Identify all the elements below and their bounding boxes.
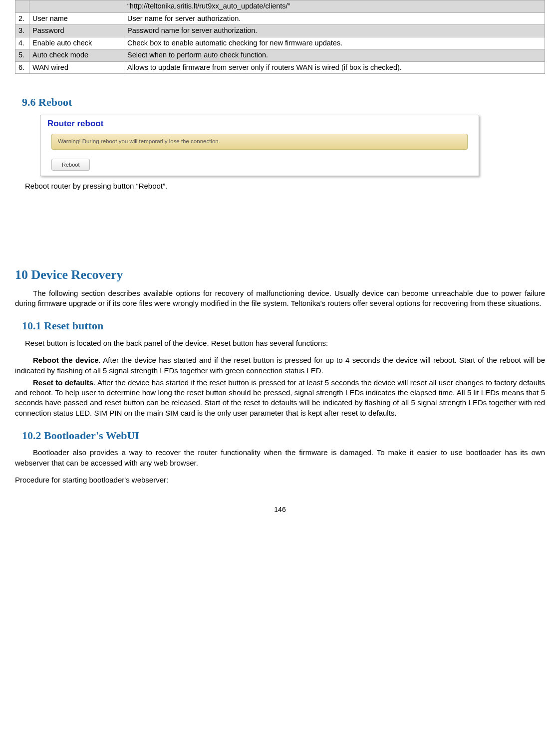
table-cell-name: Auto check mode xyxy=(29,49,124,62)
table-cell-num: 3. xyxy=(15,25,29,37)
reset-defaults-label: Reset to defaults xyxy=(33,378,93,387)
table-row: 4. Enable auto check Check box to enable… xyxy=(15,37,545,49)
sec101-p3: Reset to defaults. After the device has … xyxy=(15,378,545,418)
reboot-button[interactable]: Reboot xyxy=(51,159,90,171)
table-cell-name: WAN wired xyxy=(29,61,124,74)
table-cell-desc: “http://teltonika.sritis.lt/rut9xx_auto_… xyxy=(124,0,545,13)
page-number: 146 xyxy=(15,505,545,514)
heading-10: 10 Device Recovery xyxy=(15,266,545,283)
table-cell-num: 2. xyxy=(15,12,29,25)
sec102-p2: Procedure for starting bootloader's webs… xyxy=(15,475,545,485)
warning-bar: Warning! During reboot you will temporar… xyxy=(51,134,468,150)
table-row: 3. Password Password name for server aut… xyxy=(15,25,545,37)
table-cell-num: 6. xyxy=(15,61,29,74)
table-row: 5. Auto check mode Select when to perfor… xyxy=(15,49,545,62)
table-cell-num: 4. xyxy=(15,37,29,49)
table-cell-num xyxy=(15,0,29,13)
sec101-p2: Reboot the device. After the device has … xyxy=(15,355,545,376)
table-cell-name: Enable auto check xyxy=(29,37,124,49)
heading-10-2: 10.2 Bootloader's WebUI xyxy=(22,428,545,443)
table-cell-name xyxy=(29,0,124,13)
heading-10-1: 10.1 Reset button xyxy=(22,318,545,333)
sec101-p1: Reset button is located on the back pane… xyxy=(25,338,545,348)
table-cell-desc: User name for server authorization. xyxy=(124,12,545,25)
table-row: “http://teltonika.sritis.lt/rut9xx_auto_… xyxy=(15,0,545,13)
table-row: 6. WAN wired Allows to update firmware f… xyxy=(15,61,545,74)
table-cell-name: Password xyxy=(29,25,124,37)
table-cell-desc: Password name for server authorization. xyxy=(124,25,545,37)
table-cell-desc: Select when to perform auto check functi… xyxy=(124,49,545,62)
settings-table: “http://teltonika.sritis.lt/rut9xx_auto_… xyxy=(15,0,545,74)
router-reboot-panel: Router reboot Warning! During reboot you… xyxy=(40,115,479,176)
table-cell-desc: Allows to update firmware from server on… xyxy=(124,61,545,74)
reboot-device-label: Reboot the device xyxy=(33,356,99,364)
table-cell-num: 5. xyxy=(15,49,29,62)
panel-title: Router reboot xyxy=(44,118,475,130)
table-row: 2. User name User name for server author… xyxy=(15,12,545,25)
sec10-para: The following section describes availabl… xyxy=(15,288,545,309)
sec102-p1: Bootloader also provides a way to recove… xyxy=(15,448,545,468)
table-cell-desc: Check box to enable automatic checking f… xyxy=(124,37,545,49)
reboot-caption: Reboot router by pressing button “Reboot… xyxy=(25,181,545,191)
sec101-p3-rest: . After the device has started if the re… xyxy=(15,378,545,417)
table-cell-name: User name xyxy=(29,12,124,25)
heading-9-6: 9.6 Reboot xyxy=(22,95,545,110)
